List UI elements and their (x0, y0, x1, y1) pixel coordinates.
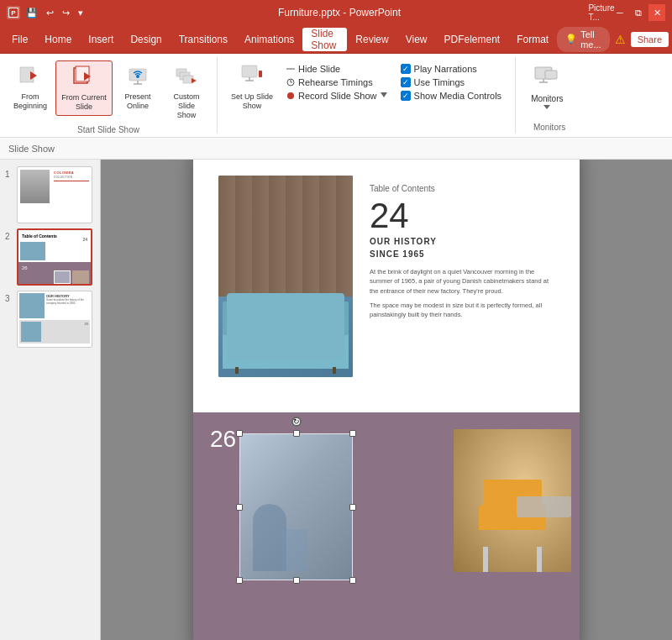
slide-thumb-2-container[interactable]: 2 Table of Contents 24 26 (5, 228, 95, 286)
show-media-checkbox: ✓ (401, 91, 411, 101)
play-narrations-check[interactable]: ✓ Play Narrations (397, 62, 506, 76)
menu-format[interactable]: Format (508, 28, 557, 51)
rehearse-timings-btn[interactable]: Rehearse Timings (283, 76, 391, 89)
title-bar: P 💾 ↩ ↪ ▾ Furniture.pptx - PowerPoint Pi… (0, 0, 672, 25)
couch-decoration (218, 176, 353, 377)
svg-point-25 (287, 92, 294, 99)
slide-panel[interactable]: 1 COLOMBA COLLECTION (0, 160, 101, 640)
window-controls: Picture T... ─ ⧉ ✕ (593, 4, 665, 21)
slide-thumb-1-container[interactable]: 1 COLOMBA COLLECTION (5, 166, 95, 223)
slide-num-2: 2 (5, 228, 13, 241)
menu-right: 💡 Tell me... ⚠ Share (557, 27, 669, 52)
monitors-btn[interactable]: Monitors (522, 60, 571, 113)
menu-design[interactable]: Design (122, 28, 170, 51)
slide-thumb-3-container[interactable]: 3 OUR HISTORY Some text about the histor… (5, 291, 95, 348)
record-dropdown-icon (381, 92, 387, 99)
slide-2-bottom: 26 (18, 262, 91, 286)
handle-bottom-right[interactable] (349, 577, 356, 584)
slide-subtitle2: SINCE 1965 (370, 249, 554, 259)
handle-top-right[interactable] (349, 430, 356, 437)
redo-quick-btn[interactable]: ↪ (60, 6, 72, 20)
custom-slideshow-icon (175, 64, 198, 91)
handle-bottom-middle[interactable] (293, 577, 300, 584)
svg-marker-15 (192, 78, 197, 83)
present-online-btn[interactable]: Present Online (114, 60, 161, 114)
lamp-image (240, 434, 352, 580)
warning-icon: ⚠ (615, 33, 626, 46)
ribbon-group-setup: Set Up Slide Show Hide Slide Rehearse Ti… (218, 57, 516, 134)
chair-graphic (470, 471, 554, 572)
hide-slide-btn[interactable]: Hide Slide (283, 62, 391, 76)
from-beginning-btn[interactable]: From Beginning (7, 60, 54, 114)
custom-slide-show-btn[interactable]: Custom Slide Show (163, 60, 210, 123)
save-quick-btn[interactable]: 💾 (24, 6, 40, 20)
slide-thumb-1[interactable]: COLOMBA COLLECTION (17, 166, 92, 223)
slide-2-bottom-imgs (54, 270, 89, 284)
chair-image-inner (454, 429, 571, 572)
record-slide-show-btn[interactable]: Record Slide Show (283, 89, 391, 102)
slide-2-top: Table of Contents 24 (18, 230, 91, 262)
menu-file[interactable]: File (3, 28, 36, 51)
selected-image-container[interactable]: ↻ (239, 433, 353, 580)
breadcrumb: Slide Show (8, 144, 55, 154)
handle-bottom-left[interactable] (236, 577, 243, 584)
menu-pdfelement[interactable]: PDFelement (435, 28, 508, 51)
main-area: 1 COLOMBA COLLECTION (0, 160, 672, 640)
slide-1-content: COLOMBA COLLECTION (18, 167, 92, 206)
menu-transitions[interactable]: Transitions (171, 28, 236, 51)
start-slideshow-buttons: From Beginning From Current Slide (7, 57, 210, 123)
monitors-buttons: Monitors (522, 57, 571, 120)
slide-2-lamp-thumb (54, 270, 71, 284)
svg-marker-26 (381, 92, 387, 97)
tell-me-box[interactable]: 💡 Tell me... (557, 27, 609, 52)
svg-point-11 (136, 75, 139, 78)
undo-quick-btn[interactable]: ↩ (44, 6, 56, 20)
menu-animations[interactable]: Animations (236, 28, 302, 51)
use-timings-check[interactable]: ✓ Use Timings (397, 76, 506, 89)
menu-home[interactable]: Home (36, 28, 80, 51)
record-icon (286, 92, 295, 100)
rotate-handle[interactable]: ↻ (291, 417, 302, 427)
slide-body-text: At the brink of daylight on a quiet Vanc… (370, 267, 554, 319)
from-current-slide-btn[interactable]: From Current Slide (55, 60, 113, 116)
svg-rect-19 (259, 71, 262, 77)
app-icon: P (7, 6, 20, 19)
close-btn[interactable]: ✕ (648, 4, 665, 21)
customize-quick-btn[interactable]: ▾ (76, 6, 86, 20)
menu-review[interactable]: Review (347, 28, 396, 51)
slide-thumb-3[interactable]: OUR HISTORY Some text about the history … (17, 291, 92, 348)
slide-bottom-section: 26 ↻ (193, 412, 580, 640)
handle-middle-right[interactable] (349, 504, 356, 511)
menu-view[interactable]: View (397, 28, 436, 51)
menu-insert[interactable]: Insert (80, 28, 122, 51)
slide-top-section: Table of Contents 24 OUR HISTORY SINCE 1… (193, 160, 580, 412)
slide-num-3: 3 (5, 291, 13, 303)
slide-thumb-2[interactable]: Table of Contents 24 26 (17, 228, 92, 286)
handle-top-middle[interactable] (293, 430, 300, 437)
rehearse-timings-icon (286, 78, 295, 87)
slide-1-chair-img (20, 170, 50, 203)
breadcrumb-bar: Slide Show (0, 138, 672, 160)
restore-btn[interactable]: ⧉ (630, 4, 647, 21)
use-timings-checkbox: ✓ (401, 77, 411, 87)
play-narrations-checkbox: ✓ (401, 64, 411, 74)
handle-middle-left[interactable] (236, 504, 243, 511)
share-button[interactable]: Share (631, 32, 669, 47)
handle-top-left[interactable] (236, 430, 243, 437)
monitors-group-label: Monitors (522, 120, 576, 134)
svg-marker-31 (543, 105, 550, 109)
slide-2-title: Table of Contents (20, 232, 89, 240)
set-up-slide-show-btn[interactable]: Set Up Slide Show (224, 57, 280, 116)
quick-access-toolbar: P 💾 ↩ ↪ ▾ (7, 6, 86, 20)
from-current-icon (72, 65, 96, 92)
show-media-controls-check[interactable]: ✓ Show Media Controls (397, 89, 506, 102)
minimize-btn[interactable]: ─ (612, 4, 628, 21)
svg-rect-6 (76, 66, 89, 81)
slide-3-content: OUR HISTORY Some text about the history … (18, 291, 92, 345)
svg-rect-16 (242, 66, 257, 77)
menu-slideshow[interactable]: Slide Show (302, 28, 347, 51)
svg-text:P: P (11, 9, 16, 17)
slide-text-section: Table of Contents 24 OUR HISTORY SINCE 1… (370, 176, 554, 396)
slide-2-couch-img (20, 242, 45, 260)
slide-2-chair-thumb (72, 270, 89, 284)
